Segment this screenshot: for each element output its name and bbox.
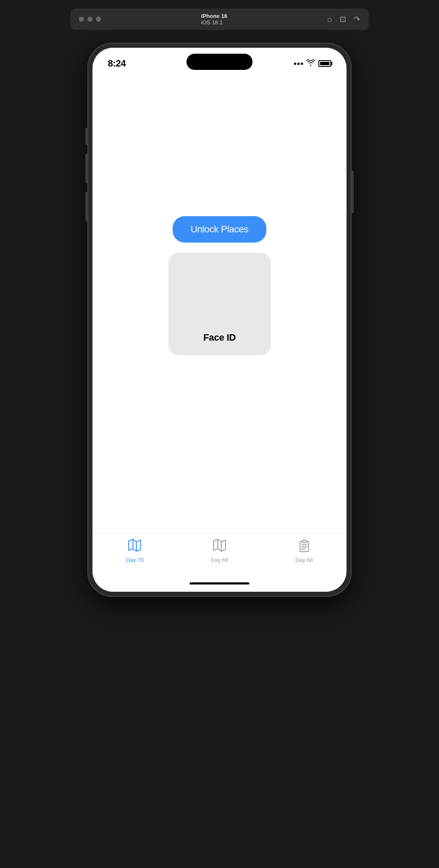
close-dot[interactable] — [79, 17, 84, 22]
device-name: iPhone 16 — [201, 13, 227, 19]
face-id-label: Face ID — [203, 332, 236, 343]
zoom-dot[interactable] — [96, 17, 101, 22]
screenshot-icon[interactable]: ⊡ — [340, 14, 346, 24]
signal-icon — [294, 63, 303, 65]
simulator-bar: iPhone 16 iOS 18.1 ⌂ ⊡ ↷ — [70, 9, 369, 30]
tab-label-day69: Day 69 — [211, 557, 228, 563]
mute-button[interactable] — [85, 128, 87, 145]
home-indicator — [92, 580, 347, 592]
wifi-icon — [306, 59, 315, 68]
svg-marker-3 — [214, 539, 225, 551]
rotate-icon[interactable]: ↷ — [354, 14, 360, 24]
tab-label-day68: Day 68 — [295, 557, 313, 563]
signal-dot-2 — [297, 63, 300, 65]
home-bar — [190, 582, 249, 584]
unlock-places-button[interactable]: Unlock Places — [173, 216, 266, 243]
main-content: Unlock Places Face ID — [92, 72, 347, 533]
simulator-controls: ⌂ ⊡ ↷ — [327, 14, 360, 24]
status-time: 8:24 — [108, 58, 126, 69]
tab-day68[interactable]: Day 68 — [262, 538, 347, 563]
home-icon[interactable]: ⌂ — [327, 15, 332, 24]
power-button[interactable] — [352, 171, 354, 213]
tab-day69[interactable]: Day 69 — [177, 538, 262, 563]
device-info: iPhone 16 iOS 18.1 — [201, 13, 227, 26]
svg-rect-7 — [302, 540, 306, 543]
status-icons — [294, 59, 331, 68]
dynamic-island — [187, 54, 253, 70]
phone-screen: 8:24 — [92, 48, 347, 592]
tab-icon-day70 — [128, 538, 142, 555]
tab-icon-day69 — [213, 538, 226, 555]
phone-frame: 8:24 — [87, 43, 352, 597]
face-id-card[interactable]: Face ID — [168, 253, 271, 355]
tab-bar: Day 70 Day 69 — [92, 533, 347, 580]
window-controls — [79, 17, 101, 22]
tab-icon-day68 — [297, 538, 311, 555]
svg-marker-0 — [129, 539, 141, 551]
tab-label-day70: Day 70 — [126, 557, 144, 563]
battery-fill — [320, 62, 329, 65]
minimize-dot[interactable] — [87, 17, 92, 22]
volume-down-button[interactable] — [85, 192, 87, 222]
signal-dot-1 — [294, 63, 296, 65]
battery-icon — [318, 60, 331, 67]
signal-dot-3 — [301, 63, 303, 65]
volume-up-button[interactable] — [85, 153, 87, 183]
os-version: iOS 18.1 — [201, 19, 227, 26]
tab-day70[interactable]: Day 70 — [92, 538, 177, 563]
